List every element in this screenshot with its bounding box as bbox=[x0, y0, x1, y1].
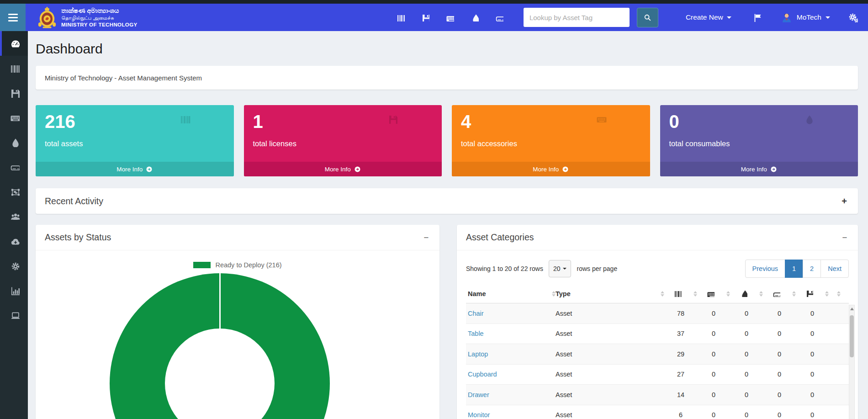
column-header-licenses[interactable] bbox=[796, 289, 829, 298]
info-banner-text: Ministry of Technology - Asset Managemen… bbox=[45, 74, 202, 82]
sidebar-item-accessories[interactable] bbox=[0, 105, 28, 130]
table-toolbar: Showing 1 to 20 of 22 rows 20 rows per p… bbox=[457, 250, 858, 281]
sidebar-item-licenses[interactable] bbox=[0, 80, 28, 105]
more-info-link[interactable]: More Info bbox=[452, 162, 650, 176]
barcode-icon[interactable] bbox=[397, 13, 405, 21]
user-avatar bbox=[781, 11, 793, 23]
search-button[interactable] bbox=[637, 8, 658, 27]
legend-swatch bbox=[193, 262, 211, 268]
chevron-down-icon bbox=[563, 268, 566, 270]
sidebar-item-components[interactable] bbox=[0, 154, 28, 179]
legend-label: Ready to Deploy (216) bbox=[215, 261, 281, 269]
droplet-icon[interactable] bbox=[471, 13, 479, 21]
barcode-icon bbox=[674, 289, 682, 298]
sidebar-item-requestable[interactable] bbox=[0, 302, 28, 327]
cell-count: 0 bbox=[763, 310, 796, 317]
top-navbar: තාක්ෂණ අමාත්‍යාංශය தொழில்நுட்ப அமைச்சு M… bbox=[0, 4, 868, 31]
keyboard-icon bbox=[10, 113, 20, 122]
cell-count: 0 bbox=[697, 330, 730, 337]
chevron-down-icon bbox=[727, 16, 731, 19]
navbar-quick-links bbox=[397, 13, 503, 21]
expand-plus-icon[interactable]: + bbox=[842, 196, 847, 206]
object-group-icon bbox=[10, 187, 20, 196]
sidebar-item-consumables[interactable] bbox=[0, 130, 28, 154]
cell-count: 14 bbox=[664, 391, 697, 398]
category-link[interactable]: Table bbox=[468, 330, 484, 337]
search-input[interactable] bbox=[524, 8, 630, 27]
category-link[interactable]: Chair bbox=[468, 310, 484, 317]
stat-card-licenses: 1 total licenses More Info bbox=[244, 105, 442, 176]
collapse-minus-icon[interactable]: − bbox=[423, 233, 429, 242]
sidebar-item-people[interactable] bbox=[0, 204, 28, 228]
cell-count: 0 bbox=[730, 371, 763, 378]
stat-card-assets: 216 total assets More Info bbox=[36, 105, 234, 176]
floppy-icon bbox=[805, 289, 813, 298]
cell-count: 0 bbox=[763, 330, 796, 337]
cell-count: 29 bbox=[664, 350, 697, 358]
sidebar-item-import[interactable] bbox=[0, 228, 28, 253]
category-link[interactable]: Monitor bbox=[468, 411, 490, 419]
column-header-accessories[interactable] bbox=[697, 289, 730, 298]
panel-header: Assets by Status − bbox=[36, 225, 439, 250]
scrollbar-thumb[interactable] bbox=[850, 315, 854, 357]
collapse-minus-icon[interactable]: − bbox=[842, 233, 847, 242]
category-link[interactable]: Cupboard bbox=[468, 371, 497, 378]
column-header-spacer bbox=[829, 291, 841, 297]
pagination-previous-button[interactable]: Previous bbox=[745, 260, 785, 278]
sort-icon bbox=[726, 291, 730, 297]
page-title: Dashboard bbox=[36, 41, 858, 57]
main-content: Dashboard Ministry of Technology - Asset… bbox=[28, 31, 868, 419]
floppy-icon bbox=[388, 114, 434, 160]
category-link[interactable]: Laptop bbox=[468, 350, 488, 358]
sidebar-item-dashboard[interactable] bbox=[0, 31, 28, 56]
sidebar-item-settings[interactable] bbox=[0, 253, 28, 278]
sidebar-item-predefined-kits[interactable] bbox=[0, 179, 28, 204]
droplet-icon bbox=[804, 114, 850, 160]
brand-line-english: MINISTRY OF TECHNOLOGY bbox=[61, 21, 138, 28]
column-header-name[interactable]: Name bbox=[466, 290, 556, 297]
table-row: Drawer Asset 14 0 0 0 0 bbox=[466, 385, 849, 405]
pagination-next-button[interactable]: Next bbox=[820, 260, 849, 278]
more-info-link[interactable]: More Info bbox=[244, 162, 442, 176]
stat-cards: 216 total assets More Info 1 total licen… bbox=[36, 105, 858, 176]
brand-line-tamil: தொழில்நுட்ப அமைச்சு bbox=[61, 15, 138, 21]
asset-categories-table: Name Type Chair Asset 78 0 0 0 0 bbox=[466, 284, 849, 419]
brand-logo[interactable]: තාක්ෂණ අමාත්‍යාංශය தொழில்நுட்ப அமைச்சு M… bbox=[37, 6, 138, 28]
user-menu-dropdown[interactable]: MoTech bbox=[781, 11, 830, 23]
sort-icon bbox=[792, 291, 796, 297]
column-header-type[interactable]: Type bbox=[556, 290, 664, 297]
donut-segment-divider bbox=[219, 273, 221, 329]
sidebar-item-reports[interactable] bbox=[0, 278, 28, 302]
arrow-circle-right-icon bbox=[562, 166, 569, 173]
create-new-dropdown[interactable]: Create New bbox=[686, 13, 731, 21]
sidebar-toggle-button[interactable] bbox=[0, 4, 26, 31]
brand-line-sinhala: තාක්ෂණ අමාත්‍යාංශය bbox=[61, 7, 138, 15]
sort-icon bbox=[661, 291, 664, 297]
category-link[interactable]: Drawer bbox=[468, 391, 489, 398]
assets-by-status-panel: Assets by Status − Ready to Deploy (216) bbox=[36, 225, 439, 419]
flag-icon[interactable] bbox=[752, 13, 762, 22]
column-header-components[interactable] bbox=[763, 289, 796, 298]
table-scrollbar[interactable] bbox=[849, 305, 855, 419]
column-header-assets[interactable] bbox=[664, 289, 697, 298]
harddrive-icon[interactable] bbox=[495, 13, 503, 21]
column-header-consumables[interactable] bbox=[730, 289, 763, 298]
sidebar-item-assets[interactable] bbox=[0, 56, 28, 80]
pagination-page-2-button[interactable]: 2 bbox=[803, 260, 821, 278]
info-banner: Ministry of Technology - Asset Managemen… bbox=[36, 66, 858, 90]
page-size-dropdown[interactable]: 20 bbox=[549, 260, 572, 277]
more-info-link[interactable]: More Info bbox=[36, 162, 234, 176]
droplet-icon bbox=[10, 138, 20, 147]
gear-icon bbox=[10, 261, 20, 270]
pagination-page-1-button[interactable]: 1 bbox=[785, 260, 803, 278]
more-info-link[interactable]: More Info bbox=[660, 162, 858, 176]
panel-title: Recent Activity bbox=[45, 196, 103, 207]
keyboard-icon[interactable] bbox=[446, 13, 454, 21]
scroll-up-arrow-icon[interactable] bbox=[849, 305, 854, 312]
sort-icon bbox=[837, 291, 841, 297]
bar-chart-icon bbox=[10, 286, 20, 295]
floppy-icon[interactable] bbox=[421, 13, 429, 21]
chart-legend[interactable]: Ready to Deploy (216) bbox=[36, 261, 439, 269]
showing-rows-text: Showing 1 to 20 of 22 rows bbox=[466, 265, 543, 272]
settings-cogs-icon[interactable] bbox=[848, 13, 858, 22]
